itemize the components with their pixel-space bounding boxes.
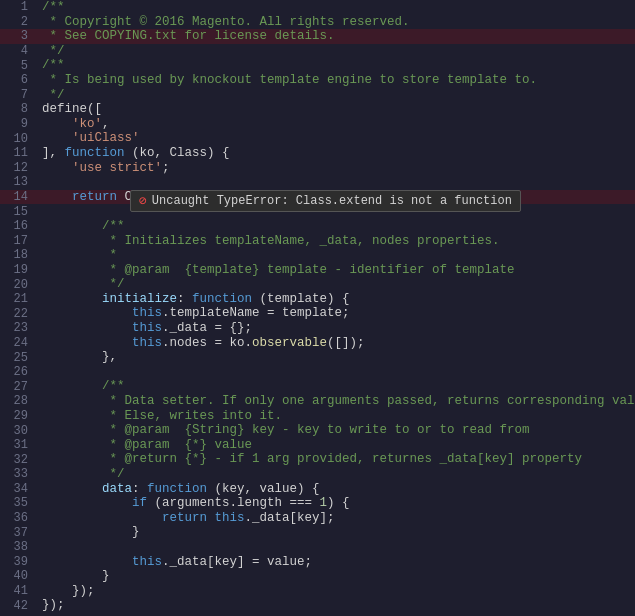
code-lines: 1/**2 * Copyright © 2016 Magento. All ri… — [0, 0, 635, 613]
line-number: 13 — [0, 175, 36, 189]
line-content: * Initializes templateName, _data, nodes… — [36, 234, 635, 249]
line-36: 36 return this._data[key]; — [0, 511, 635, 526]
line-12: 12 'use strict'; — [0, 161, 635, 176]
line-number: 19 — [0, 263, 36, 277]
line-41: 41 }); — [0, 584, 635, 599]
line-content: }, — [36, 350, 635, 365]
line-content: /** — [36, 379, 635, 394]
line-23: 23 this._data = {}; — [0, 321, 635, 336]
line-39: 39 this._data[key] = value; — [0, 555, 635, 570]
line-5: 5/** — [0, 58, 635, 73]
line-content: this._data[key] = value; — [36, 555, 635, 570]
line-38: 38 — [0, 540, 635, 555]
line-24: 24 this.nodes = ko.observable([]); — [0, 336, 635, 351]
line-7: 7 */ — [0, 88, 635, 103]
line-31: 31 * @param {*} value — [0, 438, 635, 453]
line-content: * @param {template} template - identifie… — [36, 263, 635, 278]
line-number: 34 — [0, 482, 36, 496]
line-9: 9 'ko', — [0, 117, 635, 132]
line-content: * Else, writes into it. — [36, 409, 635, 424]
line-number: 27 — [0, 380, 36, 394]
line-number: 26 — [0, 365, 36, 379]
line-33: 33 */ — [0, 467, 635, 482]
line-number: 20 — [0, 278, 36, 292]
line-content: this._data = {}; — [36, 321, 635, 336]
line-16: 16 /** — [0, 219, 635, 234]
line-number: 10 — [0, 132, 36, 146]
line-number: 39 — [0, 555, 36, 569]
line-number: 7 — [0, 88, 36, 102]
line-27: 27 /** — [0, 379, 635, 394]
line-content: define([ — [36, 102, 635, 117]
line-content: if (arguments.length === 1) { — [36, 496, 635, 511]
line-content: */ — [36, 467, 635, 482]
line-35: 35 if (arguments.length === 1) { — [0, 496, 635, 511]
line-content: initialize: function (template) { — [36, 292, 635, 307]
line-number: 41 — [0, 584, 36, 598]
line-34: 34 data: function (key, value) { — [0, 482, 635, 497]
line-30: 30 * @param {String} key - key to write … — [0, 423, 635, 438]
line-content: * @param {String} key - key to write to … — [36, 423, 635, 438]
line-number: 28 — [0, 394, 36, 408]
line-number: 25 — [0, 351, 36, 365]
line-11: 11], function (ko, Class) { — [0, 146, 635, 161]
line-content: * See COPYING.txt for license details. — [36, 29, 635, 44]
line-6: 6 * Is being used by knockout template e… — [0, 73, 635, 88]
error-tooltip: ⊘Uncaught TypeError: Class.extend is not… — [130, 190, 521, 212]
line-number: 33 — [0, 467, 36, 481]
line-32: 32 * @return {*} - if 1 arg provided, re… — [0, 452, 635, 467]
line-3: 3 * See COPYING.txt for license details. — [0, 29, 635, 44]
line-number: 15 — [0, 205, 36, 219]
line-number: 40 — [0, 569, 36, 583]
code-editor: 1/**2 * Copyright © 2016 Magento. All ri… — [0, 0, 635, 616]
line-content: */ — [36, 88, 635, 103]
line-number: 1 — [0, 0, 36, 14]
line-content: }); — [36, 584, 635, 599]
line-content: this.templateName = template; — [36, 306, 635, 321]
line-content: return this._data[key]; — [36, 511, 635, 526]
line-20: 20 */ — [0, 277, 635, 292]
line-number: 12 — [0, 161, 36, 175]
line-number: 6 — [0, 73, 36, 87]
line-content: * — [36, 248, 635, 263]
line-number: 11 — [0, 146, 36, 160]
line-18: 18 * — [0, 248, 635, 263]
line-number: 8 — [0, 102, 36, 116]
line-number: 32 — [0, 453, 36, 467]
line-14: 14 return Class.extend({ ●⊘Uncaught Type… — [0, 190, 635, 205]
line-number: 3 — [0, 29, 36, 43]
line-content: ], function (ko, Class) { — [36, 146, 635, 161]
line-content: */ — [36, 44, 635, 59]
line-number: 22 — [0, 307, 36, 321]
line-42: 42}); — [0, 598, 635, 613]
line-10: 10 'uiClass' — [0, 131, 635, 146]
line-content: this.nodes = ko.observable([]); — [36, 336, 635, 351]
line-number: 31 — [0, 438, 36, 452]
line-25: 25 }, — [0, 350, 635, 365]
line-content: * @param {*} value — [36, 438, 635, 453]
line-28: 28 * Data setter. If only one arguments … — [0, 394, 635, 409]
line-content: } — [36, 569, 635, 584]
line-number: 9 — [0, 117, 36, 131]
line-number: 29 — [0, 409, 36, 423]
line-number: 18 — [0, 248, 36, 262]
line-content: * Is being used by knockout template eng… — [36, 73, 635, 88]
tooltip-error-icon: ⊘ — [139, 193, 147, 209]
line-4: 4 */ — [0, 44, 635, 59]
line-content: /** — [36, 58, 635, 73]
line-22: 22 this.templateName = template; — [0, 306, 635, 321]
line-number: 24 — [0, 336, 36, 350]
tooltip-text: Uncaught TypeError: Class.extend is not … — [152, 194, 512, 208]
line-21: 21 initialize: function (template) { — [0, 292, 635, 307]
line-content: /** — [36, 219, 635, 234]
line-content: 'ko', — [36, 117, 635, 132]
line-17: 17 * Initializes templateName, _data, no… — [0, 234, 635, 249]
line-number: 38 — [0, 540, 36, 554]
line-content: */ — [36, 277, 635, 292]
line-content: 'uiClass' — [36, 131, 635, 146]
line-number: 14 — [0, 190, 36, 204]
line-26: 26 — [0, 365, 635, 380]
line-content: }); — [36, 598, 635, 613]
line-number: 16 — [0, 219, 36, 233]
line-content: } — [36, 525, 635, 540]
